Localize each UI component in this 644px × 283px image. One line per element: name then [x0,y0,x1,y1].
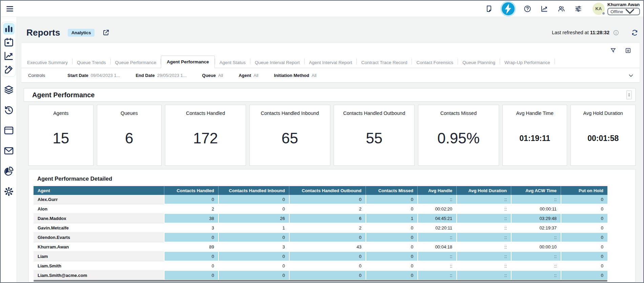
kpi-value: 0.95% [437,130,480,147]
value-cell: 00:04:18 [417,242,456,252]
sidebar-mail-icon[interactable] [3,145,15,157]
note-icon[interactable] [485,5,493,13]
value-cell: :: [511,261,561,271]
column-header[interactable]: Put on Hold [561,186,607,195]
analytics-badge: Analytics [68,29,95,37]
sidebar-window-icon[interactable] [3,125,15,136]
tab-agent-status[interactable]: Agent Status [215,57,250,68]
sidebar-layers-icon[interactable] [3,84,15,96]
column-header[interactable]: Agent [34,186,164,195]
info-icon[interactable] [613,29,619,36]
sidebar-history-icon[interactable] [3,104,15,116]
value-cell: 04:45:21 [417,214,456,223]
tab-wrap-up-performance[interactable]: Wrap-Up Performance [500,57,555,68]
table-row[interactable]: Dane.Maddox38266104:45:21::03:29:480 [34,214,607,223]
filter-start-date[interactable]: Start Date09/04/2023 1... [67,73,120,78]
agent-name-cell: Gavin.Metcalfe [34,223,164,233]
value-cell: 0 [164,271,218,280]
horizontal-scrollbar[interactable] [34,280,607,282]
column-header[interactable]: Contacts Handled Inbound [218,186,289,195]
value-cell: :: [456,214,511,223]
sidebar-bar-chart-icon[interactable] [3,23,15,35]
tab-executive-summary[interactable]: Executive Summary [23,57,72,68]
help-icon[interactable] [523,5,532,13]
sliders-icon[interactable] [574,5,582,13]
table-row[interactable]: Gavin.Metcalfe312002:20:11::02:19:370 [34,223,607,233]
kpi-card-contacts-handled-inbound: Contacts Handled Inbound65 [249,105,330,166]
value-cell: 3 [164,223,218,233]
value-cell: :: [417,271,456,280]
filters: Start Date09/04/2023 1...End Date29/05/2… [67,73,316,78]
tab-agent-performance[interactable]: Agent Performance [161,56,215,68]
filter-end-date[interactable]: End Date29/05/2023 1... [136,73,186,78]
bolt-icon[interactable] [502,2,515,15]
status-select[interactable]: Offline [607,8,640,15]
value-cell: 38 [164,214,218,223]
value-cell: 0 [561,214,607,223]
table-row[interactable]: Glendon.Evarts0000::::::0 [34,233,607,242]
spinner-stepper[interactable] [626,90,632,99]
menu-icon[interactable] [5,4,14,13]
sidebar-gear-icon[interactable] [3,186,15,197]
page-title: Reports [26,27,60,38]
tab-queue-interval-report[interactable]: Queue Interval Report [250,57,304,68]
actions-row [21,43,640,55]
filter-label: Start Date [67,73,88,78]
metrics-icon[interactable] [540,5,548,13]
value-cell: 1 [218,223,289,233]
download-icon[interactable] [625,47,631,54]
tab-contract-trace-record[interactable]: Contract Trace Record [357,57,412,68]
kpi-card-contacts-handled-outbound: Contacts Handled Outbound55 [334,105,415,166]
value-cell: 1 [366,214,417,223]
app-window: KA Khurram Awan Offline Reports [0,0,644,283]
filter-value: All [312,73,316,78]
filter-initiation-method[interactable]: Initiation MethodAll [274,73,316,78]
table-row[interactable]: Alex.Gurr0000::::::0 [34,195,607,204]
filter-agent[interactable]: AgentAll [238,73,258,78]
value-cell: 0 [561,195,607,204]
table-row[interactable]: Liam0000::::::0 [34,252,607,261]
column-header[interactable]: Avg Handle [417,186,456,195]
column-header[interactable]: Contacts Handled [164,186,218,195]
tab-contact-forensics[interactable]: Contact Forensics [412,57,458,68]
section-title: Agent Performance [32,91,95,99]
status-dot [602,12,605,15]
column-header[interactable]: Contacts Handled Outbound [289,186,366,195]
tab-queue-planning[interactable]: Queue Planning [458,57,500,68]
column-header[interactable]: Avg ACW Time [511,186,561,195]
tab-queue-trends[interactable]: Queue Trends [72,57,110,68]
column-header[interactable]: Avg Hold Duration [456,186,511,195]
users-icon[interactable] [557,5,565,13]
controls-collapse-chevron-icon[interactable] [628,72,634,79]
kpi-card-queues: Queues6 [97,105,162,166]
user-block: KA Khurram Awan Offline [593,2,640,15]
sidebar-line-chart-icon[interactable] [3,50,15,62]
page-header: Reports Analytics Last refreshed at 11:2… [17,17,643,43]
external-link-icon[interactable] [102,28,110,37]
table-row[interactable]: Liam.Smith@acme.com0000::::::0 [34,271,607,280]
table-row[interactable]: Alon202000:02:20::00:00:110 [34,204,607,214]
column-header[interactable]: Contacts Missed [366,186,417,195]
value-cell: 43 [289,242,366,252]
table-header-row: AgentContacts HandledContacts Handled In… [34,186,607,195]
table-row[interactable]: Liam.Smith0000::::::0 [34,261,607,271]
agent-name-cell: Liam.Smith [34,261,164,271]
avatar[interactable]: KA [593,3,605,15]
filter-icon[interactable] [610,47,617,54]
topbar: KA Khurram Awan Offline [1,1,643,17]
kpi-card-contacts-missed: Contacts Missed0.95% [418,105,499,166]
table-row[interactable]: Khurram.Awan89343000:04:18::00:00:100 [34,242,607,252]
controls-bar: Controls Start Date09/04/2023 1...End Da… [21,68,640,83]
filter-queue[interactable]: QueueAll [202,73,223,78]
sidebar-calendar-icon[interactable] [3,37,15,48]
sidebar-design-icon[interactable] [3,64,15,75]
refresh-icon[interactable] [631,29,639,37]
sidebar-pie-chart-icon[interactable] [3,165,15,177]
tab-agent-interval-report[interactable]: Agent Interval Report [305,57,357,68]
value-cell: 00:00:11 [511,204,561,214]
sidebar-group [2,22,16,77]
tab-queue-performance[interactable]: Queue Performance [111,57,161,68]
value-cell: 0 [218,261,289,271]
value-cell: 3 [218,242,289,252]
kpi-card-avg-hold-duration: Avg Hold Duration00:01:58 [570,105,636,166]
